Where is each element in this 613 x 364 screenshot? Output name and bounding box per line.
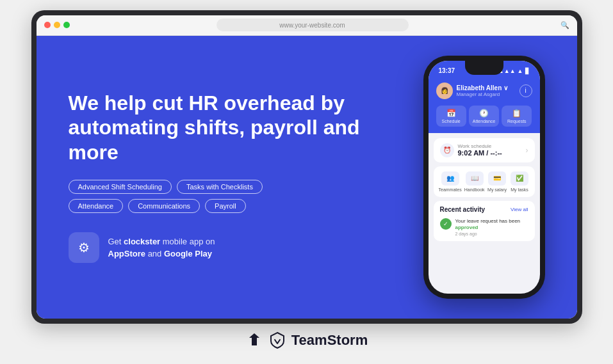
grid-action-tasks[interactable]: ✅ My tasks	[510, 171, 530, 192]
avatar: 👩	[436, 83, 453, 99]
user-info: 👩 Elizabeth Allen ∨ Manager at Asgard	[436, 83, 509, 99]
teamstorm-logo-icon	[245, 331, 263, 349]
activity-text: Your leave request has been approved	[455, 218, 528, 232]
left-content: We help cut HR overhead by automating sh…	[69, 91, 398, 263]
tasks-label: My tasks	[511, 187, 528, 192]
schedule-card-icon: ⏰	[440, 143, 454, 157]
device-screen: www.your-website.com 🔍 We help cut HR ov…	[37, 15, 577, 319]
grid-action-salary[interactable]: 💳 My salary	[487, 171, 507, 192]
brand-name: TeamStorm	[291, 332, 368, 349]
activity-item: ✓ Your leave request has been approved 2…	[440, 218, 528, 237]
requests-icon: 📋	[512, 109, 521, 118]
status-time: 13:37	[439, 67, 455, 74]
main-content: We help cut HR overhead by automating sh…	[37, 36, 577, 319]
download-text-line2: AppStore and Google Play	[108, 249, 213, 258]
maximize-button[interactable]	[63, 22, 70, 28]
handbook-icon: 📖	[466, 171, 484, 186]
tag-checklists: Tasks with Checklists	[177, 180, 263, 194]
attendance-icon: 🕐	[479, 109, 489, 118]
brand-logo: TeamStorm	[245, 331, 368, 349]
tag-scheduling: Advanced Shift Scheduling	[69, 180, 172, 194]
phone-screen: 13:37 ▲▲▲ ▲ ▊ 👩	[429, 61, 540, 294]
tags-row-1: Advanced Shift Scheduling Tasks with Che…	[69, 180, 398, 194]
phone-app-header: 👩 Elizabeth Allen ∨ Manager at Asgard i	[429, 79, 540, 133]
hero-title: We help cut HR overhead by automating sh…	[69, 91, 398, 164]
grid-action-teammates[interactable]: 👥 Teammates	[439, 171, 462, 192]
schedule-card-label: Work schedule	[458, 143, 502, 149]
device-frame: www.your-website.com 🔍 We help cut HR ov…	[31, 10, 582, 324]
view-all-button[interactable]: View all	[511, 207, 528, 212]
user-name: Elizabeth Allen ∨	[457, 84, 509, 91]
brand-shield-icon	[268, 331, 286, 349]
salary-icon: 💳	[488, 171, 506, 186]
activity-content: Your leave request has been approved 2 d…	[455, 218, 528, 237]
phone-frame: 13:37 ▲▲▲ ▲ ▊ 👩	[423, 56, 545, 299]
tasks-icon: ✅	[511, 171, 528, 186]
battery-icon: ▊	[525, 68, 530, 74]
grid-actions: 👥 Teammates 📖 Handbook 💳 My salary	[434, 166, 535, 197]
schedule-label: Schedule	[442, 119, 461, 123]
user-role: Manager at Asgard	[457, 91, 509, 97]
googleplay-link[interactable]: Google Play	[164, 249, 212, 258]
phone-body: ⏰ Work schedule 9:02 AM / --:-- ›	[429, 133, 540, 247]
close-button[interactable]	[44, 22, 51, 28]
recent-activity-title: Recent activity	[440, 206, 486, 213]
window-controls	[44, 22, 70, 28]
user-details: Elizabeth Allen ∨ Manager at Asgard	[457, 84, 509, 97]
teammates-icon: 👥	[441, 171, 459, 186]
app-download-text: Get clockster mobile app on AppStore and…	[108, 235, 215, 260]
grid-action-handbook[interactable]: 📖 Handbook	[464, 171, 485, 192]
schedule-time: 9:02 AM / --:--	[458, 149, 502, 157]
app-icon: ⚙	[69, 232, 99, 263]
search-icon: 🔍	[560, 21, 569, 29]
url-bar[interactable]: www.your-website.com	[217, 19, 409, 31]
app-name: clockster	[124, 237, 160, 246]
phone-mockup: 13:37 ▲▲▲ ▲ ▊ 👩	[423, 56, 545, 299]
and-text: and	[148, 249, 164, 258]
teammates-label: Teammates	[439, 187, 462, 192]
schedule-details: Work schedule 9:02 AM / --:--	[458, 143, 502, 157]
quick-actions: 📅 Schedule 🕐 Attendance 📋 Requests	[436, 106, 532, 127]
wifi-icon: ▲	[518, 68, 523, 74]
appstore-link[interactable]: AppStore	[108, 249, 146, 258]
tags-row-2: Attendance Communications Payroll	[69, 199, 398, 213]
recent-activity-card: Recent activity View all ✓ Your leave re…	[434, 201, 535, 242]
bottom-branding: TeamStorm	[245, 324, 368, 354]
status-icons: ▲▲▲ ▲ ▊	[498, 68, 530, 74]
handbook-label: Handbook	[464, 187, 485, 192]
approved-status: approved	[455, 225, 478, 230]
chevron-right-icon: ›	[526, 146, 528, 155]
phone-notch	[465, 61, 503, 75]
attendance-label: Attendance	[473, 119, 495, 123]
url-text: www.your-website.com	[279, 22, 345, 29]
info-button[interactable]: i	[519, 84, 532, 97]
schedule-info: ⏰ Work schedule 9:02 AM / --:--	[440, 143, 502, 157]
tag-attendance: Attendance	[69, 199, 124, 213]
quick-action-schedule[interactable]: 📅 Schedule	[436, 106, 466, 127]
salary-label: My salary	[487, 187, 507, 192]
app-download-section: ⚙ Get clockster mobile app on AppStore a…	[69, 232, 398, 263]
browser-bar: www.your-website.com 🔍	[37, 15, 577, 36]
schedule-icon: 📅	[446, 109, 456, 118]
download-text-line1: Get clockster mobile app on	[108, 237, 215, 246]
tag-communications: Communications	[128, 199, 200, 213]
quick-action-requests[interactable]: 📋 Requests	[502, 106, 532, 127]
activity-time: 2 days ago	[455, 232, 528, 236]
quick-action-attendance[interactable]: 🕐 Attendance	[469, 106, 499, 127]
user-row: 👩 Elizabeth Allen ∨ Manager at Asgard i	[436, 83, 532, 99]
tag-payroll: Payroll	[205, 199, 246, 213]
recent-activity-header: Recent activity View all	[440, 206, 528, 213]
requests-label: Requests	[507, 119, 527, 123]
activity-icon: ✓	[440, 218, 452, 230]
schedule-card[interactable]: ⏰ Work schedule 9:02 AM / --:-- ›	[434, 138, 535, 162]
minimize-button[interactable]	[54, 22, 60, 28]
